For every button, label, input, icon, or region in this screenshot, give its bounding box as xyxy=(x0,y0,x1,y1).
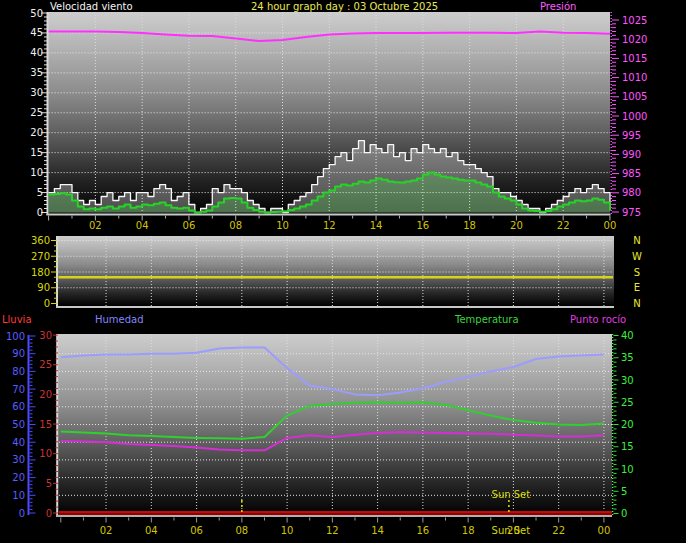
temp-axis-label: 5 xyxy=(621,486,627,497)
rain-axis-label: 0 xyxy=(46,508,52,519)
temp-axis-label: 0 xyxy=(621,508,627,519)
graph-title: 24 hour graph day : 03 Octubre 2025 xyxy=(251,1,438,12)
x-axis-label: 22 xyxy=(557,220,570,231)
humidity-axis-label: 10 xyxy=(12,490,25,501)
pressure-axis-label: 990 xyxy=(622,149,641,160)
wind-axis-label: 25 xyxy=(30,107,43,118)
wind-axis-label: 30 xyxy=(30,87,43,98)
x-axis-label: 12 xyxy=(326,525,339,536)
x-axis-label: 18 xyxy=(463,220,476,231)
x-axis-label: 20 xyxy=(510,220,523,231)
pressure-axis-label: 980 xyxy=(622,187,641,198)
rain-axis-label: 25 xyxy=(39,359,52,370)
x-axis-label: 10 xyxy=(281,525,294,536)
temp-axis-label: 20 xyxy=(621,419,634,430)
compass-label: W xyxy=(632,251,642,262)
x-axis-label: 08 xyxy=(229,220,242,231)
x-axis-label: 06 xyxy=(190,525,203,536)
compass-label: S xyxy=(634,267,640,278)
wind-speed-label: Velocidad viento xyxy=(50,1,133,12)
humidity-axis-label: 80 xyxy=(12,366,25,377)
pressure-axis-label: 1000 xyxy=(622,111,647,122)
humidity-axis-label: 60 xyxy=(12,401,25,412)
humidity-axis-label: 20 xyxy=(12,472,25,483)
x-axis-label: 14 xyxy=(371,525,384,536)
pressure-axis-label: 985 xyxy=(622,168,641,179)
x-axis-label: 22 xyxy=(552,525,565,536)
pressure-axis-label: 1025 xyxy=(622,15,647,26)
humidity-axis-label: 40 xyxy=(12,437,25,448)
pressure-axis-label: 995 xyxy=(622,130,641,141)
temp-axis-label: 15 xyxy=(621,441,634,452)
x-axis-label: 16 xyxy=(416,220,429,231)
weather-graph-window: Velocidad viento 24 hour graph day : 03 … xyxy=(0,0,686,543)
temp-axis-label: 35 xyxy=(621,352,634,363)
direction-axis-label: 360 xyxy=(31,235,50,246)
wind-axis-label: 40 xyxy=(30,47,43,58)
pressure-label: Presión xyxy=(540,1,576,12)
compass-label: N xyxy=(633,298,640,309)
pressure-axis-label: 975 xyxy=(622,207,641,218)
wind-axis-label: 5 xyxy=(37,187,43,198)
rain-label: Lluvia xyxy=(2,314,32,325)
x-axis-label: 00 xyxy=(598,525,611,536)
wind-axis-label: 0 xyxy=(37,207,43,218)
x-axis-label: 18 xyxy=(462,525,475,536)
sunset-axis-label: Sun Set xyxy=(492,525,531,536)
x-axis-label: 16 xyxy=(417,525,430,536)
x-axis-label: 04 xyxy=(145,525,158,536)
temp-axis-label: 10 xyxy=(621,464,634,475)
x-axis-label: 08 xyxy=(235,525,248,536)
x-axis-label: 04 xyxy=(136,220,149,231)
direction-axis-label: 90 xyxy=(37,282,50,293)
humidity-label: Humedad xyxy=(95,314,144,325)
rain-axis-label: 10 xyxy=(39,448,52,459)
compass-label: E xyxy=(634,282,640,293)
rain-axis-label: 20 xyxy=(39,389,52,400)
dew-point-label: Punto rocío xyxy=(570,314,626,325)
temp-axis-label: 40 xyxy=(621,330,634,341)
wind-axis-label: 15 xyxy=(30,147,43,158)
pressure-axis-label: 1015 xyxy=(622,53,647,64)
wind-axis-label: 10 xyxy=(30,167,43,178)
x-axis-label: 10 xyxy=(276,220,289,231)
compass-label: N xyxy=(633,235,640,246)
pressure-axis-label: 1020 xyxy=(622,34,647,45)
temp-axis-label: 30 xyxy=(621,375,634,386)
chart-overlay: 0510152025303540455097598098599099510001… xyxy=(0,0,686,543)
wind-axis-label: 45 xyxy=(30,27,43,38)
x-axis-label: 14 xyxy=(370,220,383,231)
sunset-label: Sun Set xyxy=(492,489,531,500)
temp-axis-label: 25 xyxy=(621,397,634,408)
wind-axis-label: 50 xyxy=(30,8,43,19)
x-axis-label: 02 xyxy=(89,220,102,231)
direction-axis-label: 270 xyxy=(31,251,50,262)
wind-axis-label: 35 xyxy=(30,67,43,78)
x-axis-label: 00 xyxy=(604,220,617,231)
rain-axis-label: 15 xyxy=(39,419,52,430)
direction-axis-label: 180 xyxy=(31,267,50,278)
rain-axis-label: 30 xyxy=(39,330,52,341)
temperature-label: Temperatura xyxy=(455,314,519,325)
humidity-axis-label: 0 xyxy=(19,508,25,519)
rain-axis-label: 5 xyxy=(46,478,52,489)
x-axis-label: 06 xyxy=(183,220,196,231)
x-axis-label: 12 xyxy=(323,220,336,231)
x-axis-label: 02 xyxy=(100,525,113,536)
humidity-axis-label: 100 xyxy=(6,331,25,342)
humidity-axis-label: 30 xyxy=(12,454,25,465)
pressure-axis-label: 1005 xyxy=(622,91,647,102)
pressure-axis-label: 1010 xyxy=(622,72,647,83)
humidity-axis-label: 90 xyxy=(12,348,25,359)
wind-axis-label: 20 xyxy=(30,127,43,138)
humidity-axis-label: 50 xyxy=(12,419,25,430)
direction-axis-label: 0 xyxy=(44,298,50,309)
humidity-axis-label: 70 xyxy=(12,384,25,395)
